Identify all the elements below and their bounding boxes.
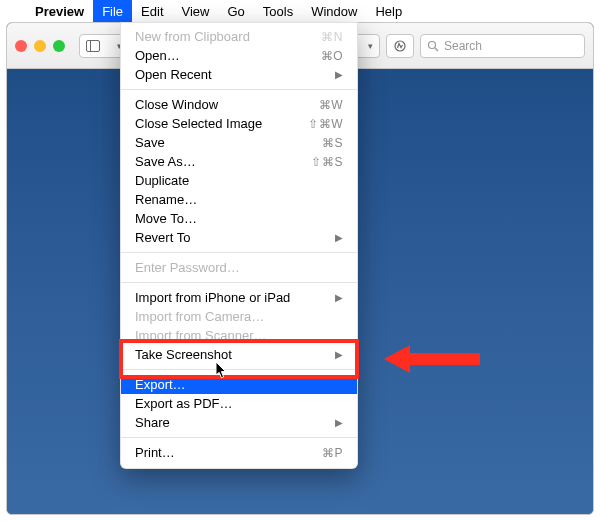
markup-icon xyxy=(393,39,407,53)
menu-separator xyxy=(121,252,357,253)
menu-item-save[interactable]: Save⌘S xyxy=(121,133,357,152)
search-input[interactable]: Search xyxy=(420,34,585,58)
menu-go[interactable]: Go xyxy=(218,0,253,22)
menu-help[interactable]: Help xyxy=(366,0,411,22)
menu-item-save-as[interactable]: Save As…⇧⌘S xyxy=(121,152,357,171)
zoom-window-button[interactable] xyxy=(53,40,65,52)
menu-item-label: Open Recent xyxy=(135,67,335,82)
menu-item-label: Import from Scanner… xyxy=(135,328,343,343)
menu-item-print[interactable]: Print…⌘P xyxy=(121,443,357,462)
menu-file[interactable]: File xyxy=(93,0,132,22)
submenu-indicator-icon: ▶ xyxy=(335,232,343,243)
svg-point-11 xyxy=(429,41,436,48)
submenu-indicator-icon: ▶ xyxy=(335,417,343,428)
menu-item-shortcut: ⌘S xyxy=(322,136,343,150)
menu-separator xyxy=(121,89,357,90)
markup-button[interactable] xyxy=(386,34,414,58)
menu-item-shortcut: ⌘N xyxy=(321,30,343,44)
menu-item-label: Save xyxy=(135,135,322,150)
menu-item-label: Open… xyxy=(135,48,321,63)
submenu-indicator-icon: ▶ xyxy=(335,69,343,80)
menu-item-label: Revert To xyxy=(135,230,335,245)
menu-item-label: Enter Password… xyxy=(135,260,343,275)
menu-separator xyxy=(121,437,357,438)
menu-item-open[interactable]: Open…⌘O xyxy=(121,46,357,65)
menu-item-enter-password: Enter Password… xyxy=(121,258,357,277)
menu-item-label: Share xyxy=(135,415,335,430)
search-placeholder: Search xyxy=(444,39,482,53)
chevron-down-icon: ▾ xyxy=(368,41,373,51)
menu-item-label: New from Clipboard xyxy=(135,29,321,44)
menu-item-label: Import from Camera… xyxy=(135,309,343,324)
menu-item-label: Duplicate xyxy=(135,173,343,188)
file-menu-dropdown: New from Clipboard⌘NOpen…⌘OOpen Recent▶C… xyxy=(120,22,358,469)
menu-item-shortcut: ⌘W xyxy=(319,98,343,112)
sidebar-icon xyxy=(86,40,100,52)
menu-item-label: Close Selected Image xyxy=(135,116,308,131)
menu-item-import-from-camera: Import from Camera… xyxy=(121,307,357,326)
menu-item-shortcut: ⌘P xyxy=(322,446,343,460)
menu-item-open-recent[interactable]: Open Recent▶ xyxy=(121,65,357,84)
close-window-button[interactable] xyxy=(15,40,27,52)
search-icon xyxy=(427,40,439,52)
menu-item-close-window[interactable]: Close Window⌘W xyxy=(121,95,357,114)
menu-item-rename[interactable]: Rename… xyxy=(121,190,357,209)
menu-item-label: Import from iPhone or iPad xyxy=(135,290,335,305)
menu-item-share[interactable]: Share▶ xyxy=(121,413,357,432)
menu-item-label: Print… xyxy=(135,445,322,460)
menu-tools[interactable]: Tools xyxy=(254,0,302,22)
submenu-indicator-icon: ▶ xyxy=(335,349,343,360)
menu-view[interactable]: View xyxy=(173,0,219,22)
menu-item-revert-to[interactable]: Revert To▶ xyxy=(121,228,357,247)
menubar: Preview File Edit View Go Tools Window H… xyxy=(0,0,600,22)
svg-line-12 xyxy=(435,48,438,51)
menu-item-label: Export… xyxy=(135,377,343,392)
menu-item-close-selected-image[interactable]: Close Selected Image⇧⌘W xyxy=(121,114,357,133)
menu-item-import-from-iphone-or-ipad[interactable]: Import from iPhone or iPad▶ xyxy=(121,288,357,307)
menu-item-label: Move To… xyxy=(135,211,343,226)
menu-item-import-from-scanner: Import from Scanner… xyxy=(121,326,357,345)
menu-window[interactable]: Window xyxy=(302,0,366,22)
svg-rect-0 xyxy=(87,40,100,51)
menu-item-export-as-pdf[interactable]: Export as PDF… xyxy=(121,394,357,413)
menu-item-shortcut: ⇧⌘W xyxy=(308,117,343,131)
menu-item-label: Export as PDF… xyxy=(135,396,343,411)
menu-item-shortcut: ⌘O xyxy=(321,49,343,63)
menu-item-take-screenshot[interactable]: Take Screenshot▶ xyxy=(121,345,357,364)
menu-item-label: Save As… xyxy=(135,154,311,169)
menu-item-export[interactable]: Export… xyxy=(121,375,357,394)
minimize-window-button[interactable] xyxy=(34,40,46,52)
menu-item-label: Rename… xyxy=(135,192,343,207)
menu-separator xyxy=(121,369,357,370)
menu-item-new-from-clipboard: New from Clipboard⌘N xyxy=(121,27,357,46)
window-controls xyxy=(15,40,65,52)
menu-edit[interactable]: Edit xyxy=(132,0,172,22)
menu-item-shortcut: ⇧⌘S xyxy=(311,155,343,169)
menu-item-duplicate[interactable]: Duplicate xyxy=(121,171,357,190)
menu-item-move-to[interactable]: Move To… xyxy=(121,209,357,228)
menu-separator xyxy=(121,282,357,283)
menu-item-label: Close Window xyxy=(135,97,319,112)
submenu-indicator-icon: ▶ xyxy=(335,292,343,303)
menu-item-label: Take Screenshot xyxy=(135,347,335,362)
app-name[interactable]: Preview xyxy=(26,0,93,22)
